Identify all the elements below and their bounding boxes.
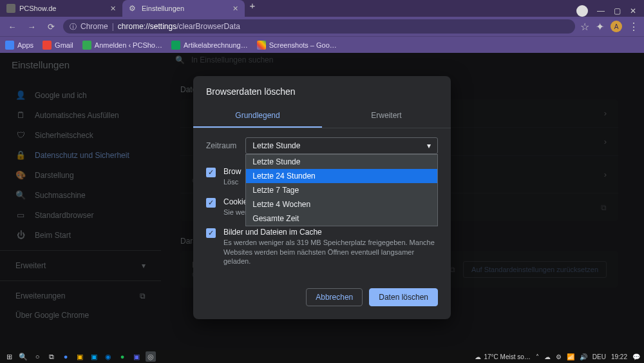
taskbar-app[interactable]: ●	[117, 351, 128, 362]
tab-advanced[interactable]: Erweitert	[322, 104, 451, 128]
dropdown-option[interactable]: Letzte 4 Wochen	[246, 197, 437, 211]
bookmark-gmail[interactable]: Gmail	[43, 41, 73, 50]
tray-icon[interactable]: ⚙	[556, 353, 562, 360]
volume-icon[interactable]: 🔊	[580, 353, 587, 360]
start-button[interactable]: ⊞	[4, 351, 14, 362]
reload-button[interactable]: ⟳	[44, 19, 58, 34]
dialog-actions: Abbrechen Daten löschen	[193, 275, 451, 309]
back-button[interactable]: ←	[5, 19, 19, 34]
menu-icon[interactable]: ⋮	[629, 21, 639, 33]
dialog-title: Browserdaten löschen	[193, 76, 451, 104]
bookmark-screenshots[interactable]: Screenshots – Goo…	[257, 41, 337, 50]
tab-title: PCShow.de	[19, 5, 56, 12]
profile-avatar[interactable]: A	[611, 21, 622, 32]
cortana-icon[interactable]: ○	[32, 351, 43, 362]
browser-tabs: PCShow.de ✕ Einstellungen ✕ +	[0, 0, 260, 17]
weather-widget[interactable]: ☁ 17°C Meist so…	[475, 353, 530, 360]
gear-icon	[129, 4, 138, 13]
language-indicator[interactable]: DEU	[592, 353, 606, 360]
dropdown-option[interactable]: Letzte 24 Stunden	[246, 169, 437, 183]
new-tab-button[interactable]: +	[245, 0, 260, 17]
cache-option[interactable]: Bilder und Dateien im Cache Es werden we…	[206, 224, 438, 273]
tab-settings[interactable]: Einstellungen ✕	[122, 0, 245, 17]
url-path: chrome://settings/clearBrowserData	[118, 22, 240, 31]
window-titlebar: PCShow.de ✕ Einstellungen ✕ + — ▢ ✕	[0, 0, 644, 17]
close-icon[interactable]: ✕	[232, 5, 238, 13]
taskbar-app[interactable]: ◉	[103, 351, 113, 362]
sheets-icon	[171, 41, 180, 50]
bookmark-star-icon[interactable]: ☆	[580, 21, 589, 33]
close-window-button[interactable]: ✕	[630, 6, 636, 15]
bookmarks-bar: Apps Gmail Anmelden ‹ PCSho… Artikelabre…	[0, 36, 644, 53]
taskbar-app[interactable]: ▣	[89, 351, 99, 362]
time-range-row: Zeitraum Letzte Stunde ▾ Letzte Stunde L…	[206, 137, 438, 154]
extensions-icon[interactable]: ✦	[596, 21, 604, 33]
dropdown-option[interactable]: Letzte 7 Tage	[246, 183, 437, 197]
select-value: Letzte Stunde	[252, 141, 300, 150]
time-range-dropdown: Letzte Stunde Letzte 24 Stunden Letzte 7…	[245, 154, 438, 226]
tab-pcshow[interactable]: PCShow.de ✕	[0, 0, 122, 17]
browser-toolbar: ← → ⟳ ⓘ Chrome | chrome://settings/clear…	[0, 17, 644, 36]
dropdown-option[interactable]: Letzte Stunde	[246, 155, 437, 169]
taskbar-app[interactable]: ●	[61, 351, 71, 362]
clear-data-button[interactable]: Daten löschen	[369, 288, 438, 306]
tray-chevron-icon[interactable]: ˄	[536, 353, 539, 360]
clear-browsing-data-dialog: Browserdaten löschen Grundlegend Erweite…	[193, 76, 451, 319]
time-range-label: Zeitraum	[206, 141, 236, 150]
tab-title: Einstellungen	[142, 5, 184, 12]
close-icon[interactable]: ✕	[110, 5, 116, 13]
dialog-tabs: Grundlegend Erweitert	[193, 104, 451, 128]
cancel-button[interactable]: Abbrechen	[306, 288, 363, 306]
clock[interactable]: 19:22	[611, 353, 627, 360]
search-icon[interactable]: 🔍	[18, 351, 28, 362]
taskbar-chrome[interactable]: ◎	[146, 351, 156, 362]
bookmark-artikel[interactable]: Artikelabrechnung…	[171, 41, 248, 50]
apps-icon	[5, 41, 14, 50]
checkbox-checked-icon[interactable]	[206, 228, 216, 238]
checkbox-checked-icon[interactable]	[206, 198, 216, 208]
maximize-button[interactable]: ▢	[614, 6, 621, 15]
bookmark-apps[interactable]: Apps	[5, 41, 33, 50]
site-icon	[82, 41, 91, 50]
tab-basic[interactable]: Grundlegend	[193, 104, 322, 128]
network-icon[interactable]: 📶	[567, 353, 574, 360]
weather-icon: ☁	[475, 353, 481, 360]
address-bar[interactable]: ⓘ Chrome | chrome://settings/clearBrowse…	[63, 19, 575, 34]
taskbar-app[interactable]: ▣	[131, 351, 142, 362]
url-separator: |	[112, 22, 114, 31]
time-range-select[interactable]: Letzte Stunde ▾ Letzte Stunde Letzte 24 …	[245, 137, 438, 154]
bookmark-pcshow[interactable]: Anmelden ‹ PCSho…	[82, 41, 162, 50]
notifications-icon[interactable]: 💬	[632, 353, 640, 360]
windows-taskbar: ⊞ 🔍 ○ ⧉ ● ▣ ▣ ◉ ● ▣ ◎ ☁ 17°C Meist so… ˄…	[0, 350, 644, 363]
tray-icon[interactable]: ☁	[544, 353, 551, 360]
incognito-icon[interactable]	[576, 5, 588, 17]
task-view-icon[interactable]: ⧉	[46, 351, 57, 362]
gmail-icon	[43, 41, 52, 50]
dropdown-option[interactable]: Gesamte Zeit	[246, 211, 437, 226]
site-info-icon[interactable]: ⓘ	[70, 22, 77, 32]
drive-icon	[257, 41, 266, 50]
taskbar-app[interactable]: ▣	[75, 351, 85, 362]
minimize-button[interactable]: —	[597, 6, 605, 15]
favicon-generic	[6, 4, 15, 13]
chevron-down-icon: ▾	[427, 141, 431, 150]
url-scheme: Chrome	[80, 22, 108, 31]
dialog-body: Zeitraum Letzte Stunde ▾ Letzte Stunde L…	[193, 128, 451, 275]
forward-button[interactable]: →	[24, 19, 39, 34]
checkbox-checked-icon[interactable]	[206, 168, 216, 177]
window-controls: — ▢ ✕	[569, 5, 644, 17]
